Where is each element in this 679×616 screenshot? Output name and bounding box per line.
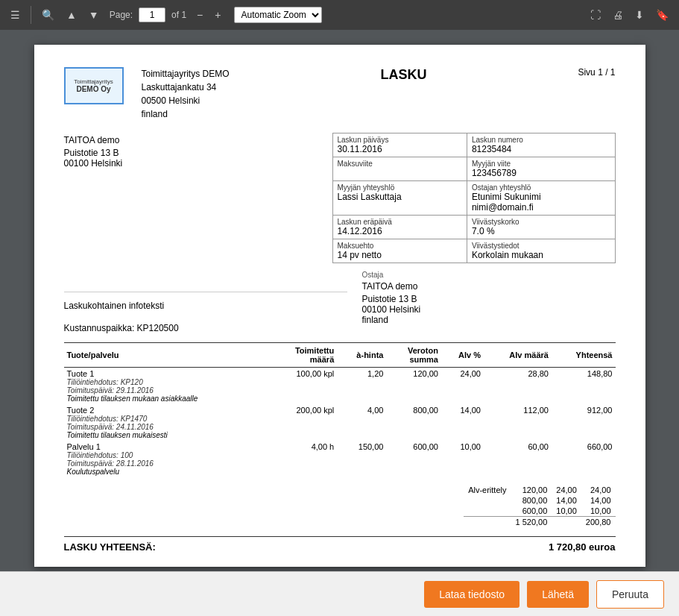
buyer-box: Ostaja TAITOA demo Puistotie 13 B 00100 … xyxy=(362,271,616,336)
vat-empty2 xyxy=(464,506,511,517)
company-info: Toimittajayritys DEMO Oy Toimittajayrity… xyxy=(64,67,230,121)
vat-pct-row1: 24,00 xyxy=(552,485,581,495)
seller-company-value: Lassi Laskuttaja xyxy=(338,192,462,202)
zoom-select[interactable]: Automatic Zoom xyxy=(234,7,322,23)
company-logo: Toimittajayritys DEMO Oy xyxy=(64,67,124,104)
invoice-date-label: Laskun päiväys xyxy=(338,136,462,144)
page-number-input[interactable] xyxy=(139,7,165,22)
late-info-cell: Viivästystiedot Korkolain mukaan xyxy=(467,239,615,263)
payment-terms-cell: Maksuehto 14 pv netto xyxy=(332,239,467,263)
due-date-value: 14.12.2016 xyxy=(338,226,462,236)
payment-ref-cell: Maksuviite xyxy=(332,157,467,181)
invoice-number-cell: Laskun numero 81235484 xyxy=(467,133,615,157)
item-qty: 200,00 kpl xyxy=(270,404,338,441)
cost-center: Kustannuspaikka: KP120500 xyxy=(64,321,347,337)
invoice-header: Toimittajayritys DEMO Oy Toimittajayrity… xyxy=(64,67,616,121)
col-net-amount: Verotonsumma xyxy=(386,343,441,368)
item-sub2: Toimituspäivä: 24.11.2016 xyxy=(67,423,267,431)
buyer-name-value: Etunimi Sukunimi xyxy=(472,192,610,202)
vat-section: Alv-erittely 120,00 24,00 24,00 800,00 1… xyxy=(64,485,616,527)
total-label: LASKU YHTEENSÄ: xyxy=(64,541,156,553)
buyer-info-section: Laskukohtainen infoteksti Kustannuspaikk… xyxy=(64,271,616,336)
vat-net-row2: 800,00 xyxy=(511,495,552,506)
download-toolbar-button[interactable]: ⬇ xyxy=(631,6,648,24)
print-button[interactable]: 🖨 xyxy=(608,6,628,24)
info-row-ref: Maksuviite Myyjän viite 123456789 xyxy=(332,157,615,181)
zoom-in-button[interactable]: 🔍 xyxy=(37,6,59,24)
items-table: Tuote/palvelu Toimitettumäärä à-hinta Ve… xyxy=(64,342,616,477)
item-vat-amt: 112,00 xyxy=(484,404,552,441)
zoom-in-plus-button[interactable]: + xyxy=(210,6,225,24)
item-net: 120,00 xyxy=(386,368,441,405)
divider1 xyxy=(64,292,347,292)
late-fee-value: 7.0 % xyxy=(472,226,610,236)
info-row-contacts: Myyjän yhteyshlö Lassi Laskuttaja Ostaja… xyxy=(332,181,615,216)
vat-label-row: Alv-erittely 120,00 24,00 24,00 xyxy=(464,485,615,495)
send-button[interactable]: Lähetä xyxy=(527,581,589,608)
vat-net-total: 1 520,00 xyxy=(511,517,552,528)
vat-table: Alv-erittely 120,00 24,00 24,00 800,00 1… xyxy=(464,485,615,527)
info-table: Laskun päiväys 30.11.2016 Laskun numero … xyxy=(332,133,616,263)
col-vat-amount: Alv määrä xyxy=(484,343,552,368)
pdf-page: Toimittajayritys DEMO Oy Toimittajayrity… xyxy=(34,45,645,567)
item-vat-pct: 14,00 xyxy=(441,404,484,441)
buyer-company-cell: Ostajan yhteyshlö Etunimi Sukunimi nimi@… xyxy=(467,181,615,216)
total-row: LASKU YHTEENSÄ: 1 720,80 euroa xyxy=(64,536,616,553)
bill-to-name: TAITOA demo xyxy=(64,133,123,148)
page-label-pre: Page: xyxy=(110,10,133,20)
item-sub2: Toimituspäivä: 28.11.2016 xyxy=(67,459,267,468)
buyer-email-value: nimi@domain.fi xyxy=(472,202,610,213)
item-row-2: Palvelu 1 Tiliöintiehdotus: 100 Toimitus… xyxy=(64,441,616,477)
item-sub1: Tiliöintiehdotus: KP120 xyxy=(67,378,267,386)
vat-pct-row3: 10,00 xyxy=(552,506,581,517)
info-text: Laskukohtainen infoteksti xyxy=(64,298,347,315)
col-product: Tuote/palvelu xyxy=(64,343,270,368)
info-texts: Laskukohtainen infoteksti Kustannuspaikk… xyxy=(64,298,347,336)
download-button[interactable]: Lataa tiedosto xyxy=(424,581,519,608)
buyer-label: Ostaja xyxy=(362,271,616,279)
col-total: Yhteensä xyxy=(552,343,616,368)
item-price: 1,20 xyxy=(337,368,386,405)
buyer-addr2: 00100 Helsinki xyxy=(362,304,616,315)
viewer-area: Toimittajayritys DEMO Oy Toimittajayrity… xyxy=(0,30,679,571)
bottom-bar: Lataa tiedosto Lähetä Peruuta xyxy=(0,571,679,616)
item-sub1: Tiliöintiehdotus: 100 xyxy=(67,451,267,459)
late-info-value: Korkolain mukaan xyxy=(472,250,610,260)
next-page-button[interactable]: ▼ xyxy=(84,6,104,24)
item-qty: 4,00 h xyxy=(270,441,338,477)
item-name: Palvelu 1 xyxy=(67,442,267,451)
payment-terms-value: 14 pv netto xyxy=(338,250,462,260)
item-total: 148,80 xyxy=(552,368,616,405)
vat-row3: 600,00 10,00 10,00 xyxy=(464,506,615,517)
vat-net-row3: 600,00 xyxy=(511,506,552,517)
fullscreen-button[interactable]: ⛶ xyxy=(586,6,605,24)
item-total: 912,00 xyxy=(552,404,616,441)
item-name-cell: Tuote 1 Tiliöintiehdotus: KP120 Toimitus… xyxy=(64,368,270,405)
total-value: 1 720,80 euroa xyxy=(549,541,616,553)
item-net: 600,00 xyxy=(386,441,441,477)
item-note: Toimitettu tilauksen mukaan asiakkaalle xyxy=(67,395,267,403)
vat-pct-row2: 14,00 xyxy=(552,495,581,506)
seller-company-cell: Myyjän yhteyshlö Lassi Laskuttaja xyxy=(332,181,467,216)
vat-amount-total: 200,80 xyxy=(581,517,616,528)
item-sub2: Toimituspäivä: 29.11.2016 xyxy=(67,386,267,395)
company-address: Toimittajayritys DEMO Laskuttajankatu 34… xyxy=(142,67,230,121)
item-vat-amt: 60,00 xyxy=(484,441,552,477)
item-net: 800,00 xyxy=(386,404,441,441)
invoice-title: LASKU xyxy=(380,67,426,83)
left-info: Laskukohtainen infoteksti Kustannuspaikk… xyxy=(64,271,347,336)
prev-page-button[interactable]: ▲ xyxy=(62,6,81,24)
logo-line2: DEMO Oy xyxy=(76,85,110,93)
sidebar-toggle-button[interactable]: ☰ xyxy=(6,6,25,24)
seller-ref-cell: Myyjän viite 123456789 xyxy=(467,157,615,181)
cancel-button[interactable]: Peruuta xyxy=(596,580,664,609)
bookmark-button[interactable]: 🔖 xyxy=(651,6,673,24)
info-row-date-number: Laskun päiväys 30.11.2016 Laskun numero … xyxy=(332,133,615,157)
info-row-terms: Maksuehto 14 pv netto Viivästystiedot Ko… xyxy=(332,239,615,263)
item-name-cell: Tuote 2 Tiliöintiehdotus: KP1470 Toimitu… xyxy=(64,404,270,441)
invoice-date-value: 30.11.2016 xyxy=(338,144,462,154)
vat-amount-row3: 10,00 xyxy=(581,506,616,517)
toolbar-right: ⛶ 🖨 ⬇ 🔖 xyxy=(586,6,673,24)
payment-terms-label: Maksuehto xyxy=(338,242,462,250)
zoom-out-button[interactable]: − xyxy=(192,6,207,24)
